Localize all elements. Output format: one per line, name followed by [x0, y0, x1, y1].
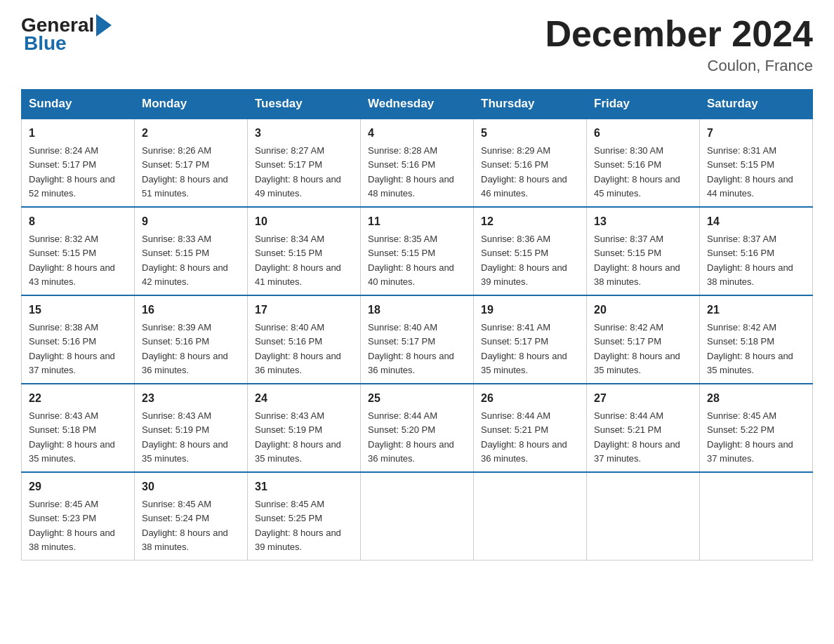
- day-number: 15: [29, 302, 127, 318]
- calendar-cell: 1 Sunrise: 8:24 AMSunset: 5:17 PMDayligh…: [22, 119, 135, 207]
- day-number: 17: [255, 302, 353, 318]
- calendar-cell: 19 Sunrise: 8:41 AMSunset: 5:17 PMDaylig…: [474, 295, 587, 384]
- day-number: 24: [255, 390, 353, 407]
- day-info: Sunrise: 8:36 AMSunset: 5:15 PMDaylight:…: [481, 234, 567, 287]
- day-number: 12: [481, 213, 579, 230]
- day-info: Sunrise: 8:34 AMSunset: 5:15 PMDaylight:…: [255, 234, 341, 287]
- day-number: 8: [29, 213, 127, 230]
- col-friday: Friday: [587, 90, 700, 119]
- day-number: 18: [368, 302, 466, 318]
- day-number: 7: [707, 125, 805, 142]
- col-tuesday: Tuesday: [248, 90, 361, 119]
- col-thursday: Thursday: [474, 90, 587, 119]
- day-info: Sunrise: 8:40 AMSunset: 5:17 PMDaylight:…: [368, 322, 454, 375]
- day-info: Sunrise: 8:24 AMSunset: 5:17 PMDaylight:…: [29, 145, 115, 199]
- day-info: Sunrise: 8:42 AMSunset: 5:17 PMDaylight:…: [594, 322, 680, 375]
- calendar-cell: [587, 472, 700, 561]
- calendar-cell: 20 Sunrise: 8:42 AMSunset: 5:17 PMDaylig…: [587, 295, 700, 384]
- calendar-week-3: 15 Sunrise: 8:38 AMSunset: 5:16 PMDaylig…: [22, 295, 813, 384]
- location-text: Coulon, France: [545, 57, 813, 75]
- day-number: 6: [594, 125, 692, 142]
- calendar-week-4: 22 Sunrise: 8:43 AMSunset: 5:18 PMDaylig…: [22, 384, 813, 472]
- day-info: Sunrise: 8:37 AMSunset: 5:16 PMDaylight:…: [707, 234, 793, 287]
- day-number: 27: [594, 390, 692, 407]
- calendar-cell: 21 Sunrise: 8:42 AMSunset: 5:18 PMDaylig…: [700, 295, 813, 384]
- calendar-cell: 7 Sunrise: 8:31 AMSunset: 5:15 PMDayligh…: [700, 119, 813, 207]
- calendar-cell: [361, 472, 474, 561]
- calendar-cell: 27 Sunrise: 8:44 AMSunset: 5:21 PMDaylig…: [587, 384, 700, 472]
- calendar-cell: 13 Sunrise: 8:37 AMSunset: 5:15 PMDaylig…: [587, 207, 700, 295]
- day-info: Sunrise: 8:43 AMSunset: 5:18 PMDaylight:…: [29, 410, 115, 464]
- day-number: 31: [255, 478, 353, 495]
- calendar-cell: 5 Sunrise: 8:29 AMSunset: 5:16 PMDayligh…: [474, 119, 587, 207]
- day-info: Sunrise: 8:40 AMSunset: 5:16 PMDaylight:…: [255, 322, 341, 375]
- title-area: December 2024 Coulon, France: [545, 14, 813, 75]
- calendar-week-5: 29 Sunrise: 8:45 AMSunset: 5:23 PMDaylig…: [22, 472, 813, 561]
- day-number: 20: [594, 302, 692, 318]
- calendar-week-1: 1 Sunrise: 8:24 AMSunset: 5:17 PMDayligh…: [22, 119, 813, 207]
- day-info: Sunrise: 8:30 AMSunset: 5:16 PMDaylight:…: [594, 145, 680, 199]
- day-number: 16: [142, 302, 240, 318]
- calendar-cell: 26 Sunrise: 8:44 AMSunset: 5:21 PMDaylig…: [474, 384, 587, 472]
- calendar-cell: 30 Sunrise: 8:45 AMSunset: 5:24 PMDaylig…: [135, 472, 248, 561]
- day-number: 2: [142, 125, 240, 142]
- day-info: Sunrise: 8:31 AMSunset: 5:15 PMDaylight:…: [707, 145, 793, 199]
- calendar-cell: 4 Sunrise: 8:28 AMSunset: 5:16 PMDayligh…: [361, 119, 474, 207]
- calendar-cell: 9 Sunrise: 8:33 AMSunset: 5:15 PMDayligh…: [135, 207, 248, 295]
- day-number: 3: [255, 125, 353, 142]
- page-header: General Blue December 2024 Coulon, Franc…: [21, 14, 813, 75]
- day-info: Sunrise: 8:28 AMSunset: 5:16 PMDaylight:…: [368, 145, 454, 199]
- day-info: Sunrise: 8:43 AMSunset: 5:19 PMDaylight:…: [142, 410, 228, 464]
- day-number: 1: [29, 125, 127, 142]
- calendar-cell: 10 Sunrise: 8:34 AMSunset: 5:15 PMDaylig…: [248, 207, 361, 295]
- day-info: Sunrise: 8:35 AMSunset: 5:15 PMDaylight:…: [368, 234, 454, 287]
- day-info: Sunrise: 8:42 AMSunset: 5:18 PMDaylight:…: [707, 322, 793, 375]
- col-wednesday: Wednesday: [361, 90, 474, 119]
- day-info: Sunrise: 8:32 AMSunset: 5:15 PMDaylight:…: [29, 234, 115, 287]
- day-number: 11: [368, 213, 466, 230]
- calendar-week-2: 8 Sunrise: 8:32 AMSunset: 5:15 PMDayligh…: [22, 207, 813, 295]
- day-number: 21: [707, 302, 805, 318]
- day-number: 4: [368, 125, 466, 142]
- col-saturday: Saturday: [700, 90, 813, 119]
- calendar-table: Sunday Monday Tuesday Wednesday Thursday…: [21, 89, 813, 561]
- day-number: 25: [368, 390, 466, 407]
- day-info: Sunrise: 8:44 AMSunset: 5:21 PMDaylight:…: [594, 410, 680, 464]
- day-number: 14: [707, 213, 805, 230]
- day-info: Sunrise: 8:33 AMSunset: 5:15 PMDaylight:…: [142, 234, 228, 287]
- calendar-cell: 24 Sunrise: 8:43 AMSunset: 5:19 PMDaylig…: [248, 384, 361, 472]
- calendar-cell: 22 Sunrise: 8:43 AMSunset: 5:18 PMDaylig…: [22, 384, 135, 472]
- calendar-cell: 25 Sunrise: 8:44 AMSunset: 5:20 PMDaylig…: [361, 384, 474, 472]
- calendar-cell: 29 Sunrise: 8:45 AMSunset: 5:23 PMDaylig…: [22, 472, 135, 561]
- day-number: 10: [255, 213, 353, 230]
- day-info: Sunrise: 8:43 AMSunset: 5:19 PMDaylight:…: [255, 410, 341, 464]
- calendar-cell: 28 Sunrise: 8:45 AMSunset: 5:22 PMDaylig…: [700, 384, 813, 472]
- day-number: 30: [142, 478, 240, 495]
- calendar-cell: 15 Sunrise: 8:38 AMSunset: 5:16 PMDaylig…: [22, 295, 135, 384]
- calendar-cell: 12 Sunrise: 8:36 AMSunset: 5:15 PMDaylig…: [474, 207, 587, 295]
- day-info: Sunrise: 8:39 AMSunset: 5:16 PMDaylight:…: [142, 322, 228, 375]
- day-number: 23: [142, 390, 240, 407]
- day-number: 5: [481, 125, 579, 142]
- logo-triangle-icon: [96, 14, 112, 36]
- calendar-cell: 8 Sunrise: 8:32 AMSunset: 5:15 PMDayligh…: [22, 207, 135, 295]
- day-number: 28: [707, 390, 805, 407]
- calendar-header-row: Sunday Monday Tuesday Wednesday Thursday…: [22, 90, 813, 119]
- day-number: 19: [481, 302, 579, 318]
- day-number: 22: [29, 390, 127, 407]
- calendar-cell: [700, 472, 813, 561]
- day-info: Sunrise: 8:44 AMSunset: 5:21 PMDaylight:…: [481, 410, 567, 464]
- col-sunday: Sunday: [22, 90, 135, 119]
- day-number: 13: [594, 213, 692, 230]
- calendar-cell: 14 Sunrise: 8:37 AMSunset: 5:16 PMDaylig…: [700, 207, 813, 295]
- logo: General Blue: [21, 14, 112, 55]
- day-info: Sunrise: 8:41 AMSunset: 5:17 PMDaylight:…: [481, 322, 567, 375]
- day-info: Sunrise: 8:26 AMSunset: 5:17 PMDaylight:…: [142, 145, 228, 199]
- calendar-cell: 6 Sunrise: 8:30 AMSunset: 5:16 PMDayligh…: [587, 119, 700, 207]
- day-info: Sunrise: 8:45 AMSunset: 5:24 PMDaylight:…: [142, 499, 228, 552]
- calendar-cell: 16 Sunrise: 8:39 AMSunset: 5:16 PMDaylig…: [135, 295, 248, 384]
- calendar-cell: 3 Sunrise: 8:27 AMSunset: 5:17 PMDayligh…: [248, 119, 361, 207]
- month-title: December 2024: [545, 14, 813, 54]
- day-info: Sunrise: 8:37 AMSunset: 5:15 PMDaylight:…: [594, 234, 680, 287]
- day-number: 9: [142, 213, 240, 230]
